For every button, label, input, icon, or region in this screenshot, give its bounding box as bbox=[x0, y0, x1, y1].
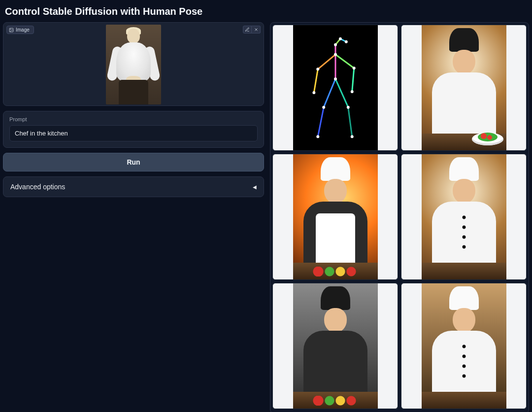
gallery-item[interactable] bbox=[272, 25, 398, 151]
svg-point-17 bbox=[334, 77, 337, 80]
svg-line-10 bbox=[318, 107, 324, 137]
svg-point-19 bbox=[312, 91, 315, 94]
prompt-input[interactable] bbox=[9, 125, 258, 141]
svg-point-18 bbox=[316, 68, 319, 70]
input-image-preview[interactable] bbox=[106, 25, 161, 104]
svg-line-11 bbox=[335, 79, 348, 107]
gallery-item[interactable] bbox=[272, 154, 398, 280]
svg-line-9 bbox=[324, 79, 335, 107]
svg-point-21 bbox=[350, 90, 353, 93]
clear-image-button[interactable] bbox=[252, 26, 261, 34]
close-icon bbox=[254, 27, 259, 32]
svg-point-22 bbox=[322, 106, 325, 109]
pose-skeleton-icon bbox=[293, 25, 378, 150]
prompt-panel: Prompt bbox=[3, 111, 264, 148]
svg-point-25 bbox=[350, 135, 353, 138]
edit-image-button[interactable] bbox=[243, 26, 252, 34]
svg-point-16 bbox=[334, 53, 337, 56]
svg-point-15 bbox=[344, 40, 347, 43]
svg-point-14 bbox=[338, 37, 341, 40]
svg-line-12 bbox=[348, 107, 352, 137]
pencil-icon bbox=[245, 27, 250, 32]
svg-point-20 bbox=[352, 67, 355, 69]
prompt-label: Prompt bbox=[9, 116, 258, 122]
svg-line-8 bbox=[352, 68, 354, 92]
gallery-item[interactable] bbox=[401, 154, 527, 280]
svg-point-1 bbox=[10, 29, 11, 29]
svg-line-5 bbox=[318, 55, 335, 69]
advanced-options-label: Advanced options bbox=[10, 183, 65, 191]
advanced-options-toggle[interactable]: Advanced options ◀ bbox=[3, 176, 264, 197]
svg-line-6 bbox=[314, 69, 318, 93]
svg-point-23 bbox=[316, 135, 319, 138]
image-badge-label: Image bbox=[16, 27, 30, 33]
svg-point-13 bbox=[334, 43, 337, 46]
gallery-item[interactable] bbox=[272, 283, 398, 409]
gallery-item[interactable] bbox=[401, 25, 527, 151]
page-title: Control Stable Diffusion with Human Pose bbox=[3, 3, 529, 22]
gallery-item[interactable] bbox=[401, 283, 527, 409]
caret-left-icon: ◀ bbox=[253, 184, 257, 190]
svg-line-7 bbox=[335, 55, 354, 69]
run-button[interactable]: Run bbox=[3, 153, 264, 172]
output-gallery bbox=[270, 22, 529, 412]
image-badge: Image bbox=[6, 26, 34, 34]
svg-point-24 bbox=[346, 106, 349, 109]
image-icon bbox=[9, 28, 14, 33]
image-upload-panel[interactable]: Image bbox=[3, 22, 264, 106]
